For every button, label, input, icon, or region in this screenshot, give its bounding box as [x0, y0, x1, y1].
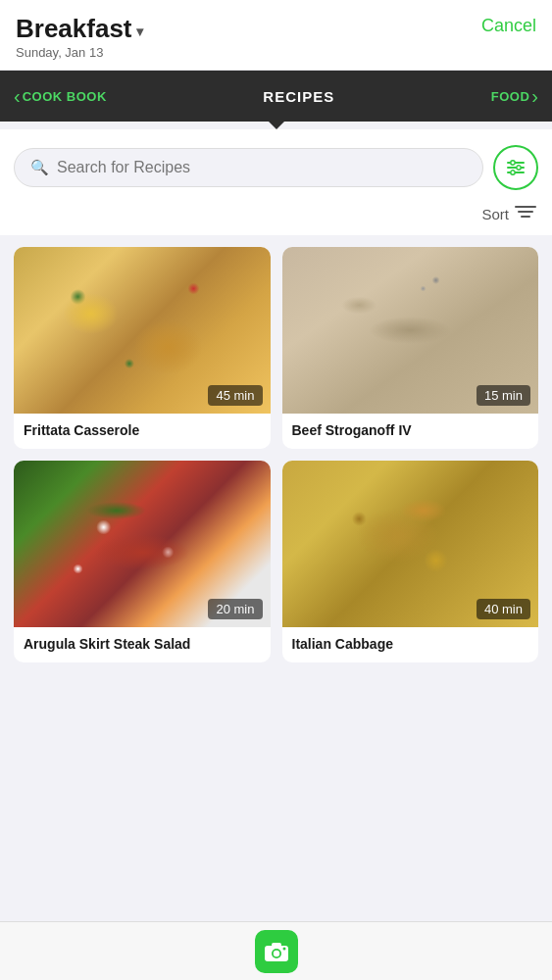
sort-icon [515, 204, 536, 223]
header-title[interactable]: Breakfast ▾ [16, 14, 143, 44]
recipe-name: Beef Stroganoff IV [282, 414, 539, 449]
recipe-image-container: 15 min [282, 247, 539, 414]
camera-icon [264, 941, 289, 962]
header-left: Breakfast ▾ Sunday, Jan 13 [16, 14, 143, 60]
svg-point-11 [273, 950, 278, 956]
svg-point-4 [517, 166, 521, 170]
title-chevron-icon: ▾ [136, 24, 143, 39]
recipe-time-badge: 45 min [208, 385, 262, 406]
svg-point-5 [511, 171, 515, 174]
svg-rect-12 [272, 943, 281, 947]
right-chevron-icon: › [531, 85, 538, 108]
search-input[interactable] [57, 159, 467, 176]
meal-title: Breakfast [16, 14, 132, 44]
recipe-image-container: 45 min [14, 247, 271, 414]
cancel-button[interactable]: Cancel [481, 14, 536, 36]
filter-button[interactable] [493, 145, 538, 190]
cookbook-nav-button[interactable]: ‹ COOK BOOK [0, 71, 121, 122]
recipe-name: Arugula Skirt Steak Salad [14, 627, 271, 662]
sort-row: Sort [0, 198, 552, 235]
search-bar[interactable]: 🔍 [14, 148, 483, 187]
recipe-time-badge: 20 min [208, 599, 262, 619]
sort-button[interactable]: Sort [481, 204, 536, 223]
filter-icon [506, 159, 526, 176]
recipe-card[interactable]: 40 min Italian Cabbage [282, 461, 539, 662]
header-date: Sunday, Jan 13 [16, 45, 143, 60]
recipe-card[interactable]: 45 min Frittata Casserole [14, 247, 271, 449]
camera-button[interactable] [255, 930, 298, 973]
recipe-name: Frittata Casserole [14, 414, 271, 449]
recipe-card[interactable]: 15 min Beef Stroganoff IV [282, 247, 539, 449]
header: Breakfast ▾ Sunday, Jan 13 Cancel [0, 0, 552, 71]
sort-label: Sort [481, 206, 509, 222]
svg-point-13 [282, 947, 285, 950]
nav-center-label: RECIPES [121, 88, 477, 105]
recipe-card[interactable]: 20 min Arugula Skirt Steak Salad [14, 461, 271, 662]
left-chevron-icon: ‹ [14, 85, 21, 108]
nav-bar: ‹ COOK BOOK RECIPES FOOD › [0, 71, 552, 122]
food-label: FOOD [491, 89, 530, 104]
svg-point-3 [511, 161, 515, 165]
food-nav-button[interactable]: FOOD › [477, 71, 552, 122]
search-icon: 🔍 [30, 159, 49, 176]
bottom-bar [0, 921, 552, 980]
cookbook-label: COOK BOOK [23, 89, 107, 104]
recipe-image-container: 40 min [282, 461, 539, 627]
search-area: 🔍 [0, 129, 552, 198]
recipe-grid: 45 min Frittata Casserole 15 min Beef St… [0, 235, 552, 674]
recipe-time-badge: 15 min [477, 385, 530, 406]
recipe-image-container: 20 min [14, 461, 271, 627]
recipe-name: Italian Cabbage [282, 627, 539, 662]
recipe-time-badge: 40 min [477, 599, 530, 619]
